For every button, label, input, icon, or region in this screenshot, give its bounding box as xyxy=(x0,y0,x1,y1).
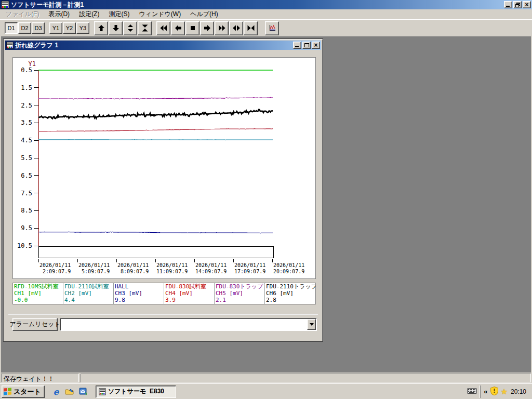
app-icon xyxy=(99,388,106,395)
collapse-horizontal-icon xyxy=(247,24,255,32)
combobox-dropdown-button[interactable] xyxy=(307,319,316,330)
y-tick-label: 3.5 xyxy=(21,119,32,126)
chart-panel: Y10.51.52.53.54.55.56.57.58.59.510.52026… xyxy=(12,57,316,279)
x-tick-date: 2026/01/11 xyxy=(78,262,110,268)
taskbar: スタート e ソフトサーモ E830 « ! ★ 20:10 xyxy=(0,383,532,399)
minimize-icon xyxy=(295,46,299,47)
system-tray: « ! ★ 20:10 xyxy=(480,385,530,398)
status-bar: 保存ウェイト！！ xyxy=(0,373,532,383)
stop-button[interactable] xyxy=(185,21,200,35)
y-tick-label: 7.5 xyxy=(21,190,32,197)
graph-window: 折れ線グラフ 1 × Y10.51.52.53.54.55.56.57.58.5… xyxy=(3,38,323,342)
x-tick-date: 2026/01/11 xyxy=(39,262,71,268)
close-icon: × xyxy=(314,43,317,48)
arrow-left-icon xyxy=(174,24,182,32)
x-tick-date: 2026/01/11 xyxy=(117,262,149,268)
series-ch4 xyxy=(38,129,273,131)
maximize-icon xyxy=(304,43,309,47)
graph-minimize-button[interactable] xyxy=(293,42,301,49)
graph-close-button[interactable]: × xyxy=(312,42,320,49)
x-tick-time: 5:09:07.9 xyxy=(82,269,110,274)
stop-icon xyxy=(189,24,197,32)
menu-item-0[interactable]: ファイル(F) xyxy=(1,9,44,20)
legend-cell-ch2: FDU-2110試料室CH2 [mV]4.4 xyxy=(63,283,114,304)
svg-text:!: ! xyxy=(493,388,496,394)
arrow-down-button[interactable] xyxy=(109,21,123,35)
arrow-up-icon xyxy=(97,24,105,32)
axis-y1-button[interactable]: Y1 xyxy=(49,22,62,34)
y-tick-label: 1.5 xyxy=(21,84,32,91)
graph-window-title: 折れ線グラフ 1 xyxy=(15,41,291,50)
x-tick-time: 17:09:07.9 xyxy=(234,269,265,274)
legend-cell-ch1: RFD-10MS試料室CH1 [mV]-0.0 xyxy=(13,283,63,304)
menu-item-5[interactable]: ヘルプ(H) xyxy=(185,9,223,20)
restore-button[interactable] xyxy=(513,1,522,8)
axis-y3-button[interactable]: Y3 xyxy=(76,22,89,34)
fast-forward-icon xyxy=(218,24,226,32)
graph-window-title-bar: 折れ線グラフ 1 × xyxy=(5,41,321,50)
collapse-horizontal-button[interactable] xyxy=(244,21,258,35)
display-d1-button[interactable]: D1 xyxy=(5,22,18,34)
menu-item-1[interactable]: 表示(D) xyxy=(44,9,74,20)
task-button-softthermo[interactable]: ソフトサーモ E830 xyxy=(96,385,176,398)
menu-item-3[interactable]: 測定(S) xyxy=(104,9,134,20)
y-tick-label: 0.5 xyxy=(21,66,32,74)
x-tick-time: 20:09:07.9 xyxy=(273,269,304,274)
combobox-value xyxy=(60,318,307,330)
alarm-reset-button[interactable]: アラームリセット xyxy=(12,318,58,331)
main-title-bar: ソフトサーモ計測－計測1 × xyxy=(0,0,532,9)
task-button-label: ソフトサーモ E830 xyxy=(108,387,164,396)
show-desktop-icon[interactable] xyxy=(64,387,75,397)
status-panel-2 xyxy=(81,374,531,382)
y-tick-label: 8.5 xyxy=(21,207,32,214)
close-button[interactable]: × xyxy=(523,1,531,8)
y-tick-label: 6.5 xyxy=(21,172,32,179)
close-icon: × xyxy=(525,2,528,7)
keyboard-icon[interactable] xyxy=(467,388,477,396)
outlook-express-icon[interactable] xyxy=(78,387,88,397)
channel-legend: RFD-10MS試料室CH1 [mV]-0.0FDU-2110試料室CH2 [m… xyxy=(12,283,316,304)
minimize-button[interactable] xyxy=(504,1,512,8)
fast-forward-button[interactable] xyxy=(215,21,229,35)
display-d2-button[interactable]: D2 xyxy=(18,22,31,34)
legend-cell-ch4: FDU-830試料室CH4 [mV]3.9 xyxy=(164,283,215,304)
graph-window-client: Y10.51.52.53.54.55.56.57.58.59.510.52026… xyxy=(5,50,321,339)
arrow-right-button[interactable] xyxy=(200,21,214,35)
menu-item-4[interactable]: ウィンドウ(W) xyxy=(134,9,185,20)
line-chart: Y10.51.52.53.54.55.56.57.58.59.510.52026… xyxy=(13,58,315,278)
series-ch6 xyxy=(38,110,273,119)
line-graph-button[interactable] xyxy=(265,21,279,35)
fast-rewind-button[interactable] xyxy=(156,21,170,35)
tray-clock: 20:10 xyxy=(511,388,526,395)
expand-vertical-button[interactable] xyxy=(123,21,137,35)
arrow-left-button[interactable] xyxy=(171,21,185,35)
axis-y2-button[interactable]: Y2 xyxy=(63,22,76,34)
legend-cell-ch5: FDU-830トラップCH5 [mV]2.1 xyxy=(215,283,265,304)
compress-vertical-button[interactable] xyxy=(138,21,152,35)
graph-maximize-button[interactable] xyxy=(302,42,311,49)
fast-rewind-icon xyxy=(159,24,168,32)
x-tick-date: 2026/01/11 xyxy=(273,262,304,268)
alarm-message-combobox[interactable] xyxy=(60,318,317,331)
graph-window-icon xyxy=(6,42,14,49)
arrow-up-button[interactable] xyxy=(94,21,108,35)
security-shield-icon[interactable]: ! xyxy=(490,387,499,397)
mdi-client-area: 折れ線グラフ 1 × Y10.51.52.53.54.55.56.57.58.5… xyxy=(1,36,531,373)
start-button[interactable]: スタート xyxy=(2,385,45,398)
expand-vertical-icon xyxy=(126,24,135,32)
arrow-right-icon xyxy=(203,24,211,32)
tray-chevron-button[interactable]: « xyxy=(484,388,487,395)
app-icon xyxy=(1,1,9,9)
windows-logo-icon xyxy=(4,388,12,395)
arrow-down-icon xyxy=(112,24,120,32)
display-d3-button[interactable]: D3 xyxy=(32,22,45,34)
star-icon[interactable]: ★ xyxy=(501,387,508,396)
x-tick-date: 2026/01/11 xyxy=(195,262,227,268)
y-tick-label: 2.5 xyxy=(21,102,32,109)
y-tick-label: 5.5 xyxy=(21,154,32,162)
internet-explorer-icon[interactable]: e xyxy=(51,387,61,397)
menu-item-2[interactable]: 設定(Z) xyxy=(74,9,104,20)
expand-horizontal-button[interactable] xyxy=(229,21,243,35)
chevron-down-icon xyxy=(310,323,314,326)
x-axis-range-box xyxy=(38,246,273,258)
